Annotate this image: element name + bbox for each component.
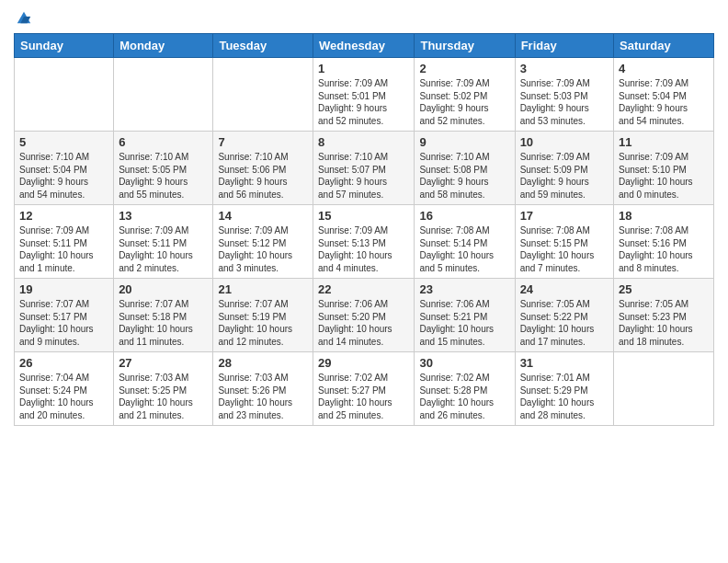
day-number: 20	[119, 282, 208, 296]
day-info: Sunrise: 7:03 AM Sunset: 5:25 PM Dayligh…	[119, 372, 208, 421]
calendar-week-row: 5Sunrise: 7:10 AM Sunset: 5:04 PM Daylig…	[15, 132, 714, 205]
calendar-cell: 26Sunrise: 7:04 AM Sunset: 5:24 PM Dayli…	[15, 352, 114, 426]
day-header-sunday: Sunday	[15, 34, 114, 58]
calendar-cell: 19Sunrise: 7:07 AM Sunset: 5:17 PM Dayli…	[15, 279, 114, 352]
day-header-saturday: Saturday	[614, 34, 714, 58]
calendar-cell: 20Sunrise: 7:07 AM Sunset: 5:18 PM Dayli…	[114, 279, 213, 352]
day-number: 12	[19, 209, 108, 223]
calendar-cell: 27Sunrise: 7:03 AM Sunset: 5:25 PM Dayli…	[114, 352, 213, 426]
calendar-cell: 17Sunrise: 7:08 AM Sunset: 5:15 PM Dayli…	[515, 205, 613, 279]
calendar-cell: 15Sunrise: 7:09 AM Sunset: 5:13 PM Dayli…	[313, 205, 415, 279]
day-number: 29	[318, 356, 409, 370]
day-number: 23	[419, 282, 509, 296]
day-info: Sunrise: 7:08 AM Sunset: 5:16 PM Dayligh…	[619, 224, 709, 274]
day-info: Sunrise: 7:09 AM Sunset: 5:01 PM Dayligh…	[318, 77, 409, 127]
day-info: Sunrise: 7:06 AM Sunset: 5:20 PM Dayligh…	[318, 298, 409, 348]
day-info: Sunrise: 7:09 AM Sunset: 5:13 PM Dayligh…	[318, 224, 409, 274]
day-info: Sunrise: 7:05 AM Sunset: 5:23 PM Dayligh…	[619, 298, 709, 348]
day-info: Sunrise: 7:07 AM Sunset: 5:19 PM Dayligh…	[218, 298, 308, 348]
day-info: Sunrise: 7:02 AM Sunset: 5:28 PM Dayligh…	[419, 372, 509, 421]
day-number: 17	[520, 209, 609, 223]
day-header-thursday: Thursday	[415, 34, 515, 58]
day-number: 22	[318, 282, 409, 296]
day-number: 15	[318, 209, 409, 223]
calendar-cell: 10Sunrise: 7:09 AM Sunset: 5:09 PM Dayli…	[515, 132, 613, 205]
calendar-cell: 16Sunrise: 7:08 AM Sunset: 5:14 PM Dayli…	[415, 205, 515, 279]
day-info: Sunrise: 7:09 AM Sunset: 5:03 PM Dayligh…	[520, 77, 609, 127]
calendar-cell: 18Sunrise: 7:08 AM Sunset: 5:16 PM Dayli…	[614, 205, 714, 279]
day-header-friday: Friday	[515, 34, 613, 58]
day-number: 4	[619, 62, 709, 75]
day-number: 25	[619, 282, 709, 296]
page: SundayMondayTuesdayWednesdayThursdayFrid…	[0, 0, 728, 563]
day-number: 3	[520, 62, 609, 75]
calendar-cell: 9Sunrise: 7:10 AM Sunset: 5:08 PM Daylig…	[415, 132, 515, 205]
calendar-cell: 24Sunrise: 7:05 AM Sunset: 5:22 PM Dayli…	[515, 279, 613, 352]
day-info: Sunrise: 7:10 AM Sunset: 5:05 PM Dayligh…	[119, 151, 208, 201]
day-info: Sunrise: 7:02 AM Sunset: 5:27 PM Dayligh…	[318, 372, 409, 421]
calendar-cell: 11Sunrise: 7:09 AM Sunset: 5:10 PM Dayli…	[614, 132, 714, 205]
calendar-cell: 30Sunrise: 7:02 AM Sunset: 5:28 PM Dayli…	[415, 352, 515, 426]
day-info: Sunrise: 7:08 AM Sunset: 5:15 PM Dayligh…	[520, 224, 609, 274]
day-info: Sunrise: 7:03 AM Sunset: 5:26 PM Dayligh…	[218, 372, 308, 421]
calendar-cell	[614, 352, 714, 426]
day-info: Sunrise: 7:05 AM Sunset: 5:22 PM Dayligh…	[520, 298, 609, 348]
day-number: 7	[218, 135, 308, 149]
calendar-cell: 29Sunrise: 7:02 AM Sunset: 5:27 PM Dayli…	[313, 352, 415, 426]
day-header-tuesday: Tuesday	[213, 34, 313, 58]
logo-icon	[16, 9, 32, 26]
day-info: Sunrise: 7:01 AM Sunset: 5:29 PM Dayligh…	[520, 372, 609, 421]
day-number: 9	[419, 135, 509, 149]
day-info: Sunrise: 7:10 AM Sunset: 5:08 PM Dayligh…	[419, 151, 509, 201]
day-info: Sunrise: 7:10 AM Sunset: 5:04 PM Dayligh…	[19, 151, 108, 201]
day-info: Sunrise: 7:10 AM Sunset: 5:06 PM Dayligh…	[218, 151, 308, 201]
day-info: Sunrise: 7:10 AM Sunset: 5:07 PM Dayligh…	[318, 151, 409, 201]
day-number: 30	[419, 356, 509, 370]
day-number: 27	[119, 356, 208, 370]
calendar-cell	[114, 58, 213, 132]
day-info: Sunrise: 7:07 AM Sunset: 5:17 PM Dayligh…	[19, 298, 108, 348]
calendar-cell: 12Sunrise: 7:09 AM Sunset: 5:11 PM Dayli…	[15, 205, 114, 279]
day-number: 31	[520, 356, 609, 370]
day-info: Sunrise: 7:07 AM Sunset: 5:18 PM Dayligh…	[119, 298, 208, 348]
day-number: 18	[619, 209, 709, 223]
day-number: 5	[19, 135, 108, 149]
calendar-cell: 7Sunrise: 7:10 AM Sunset: 5:06 PM Daylig…	[213, 132, 313, 205]
header	[14, 9, 714, 26]
day-number: 13	[119, 209, 208, 223]
calendar-cell: 21Sunrise: 7:07 AM Sunset: 5:19 PM Dayli…	[213, 279, 313, 352]
calendar-cell: 22Sunrise: 7:06 AM Sunset: 5:20 PM Dayli…	[313, 279, 415, 352]
day-info: Sunrise: 7:09 AM Sunset: 5:11 PM Dayligh…	[19, 224, 108, 274]
calendar-week-row: 19Sunrise: 7:07 AM Sunset: 5:17 PM Dayli…	[15, 279, 714, 352]
day-number: 2	[419, 62, 509, 75]
day-number: 21	[218, 282, 308, 296]
day-info: Sunrise: 7:09 AM Sunset: 5:10 PM Dayligh…	[619, 151, 709, 201]
calendar-cell: 8Sunrise: 7:10 AM Sunset: 5:07 PM Daylig…	[313, 132, 415, 205]
calendar-week-row: 1Sunrise: 7:09 AM Sunset: 5:01 PM Daylig…	[15, 58, 714, 132]
day-number: 1	[318, 62, 409, 75]
day-number: 16	[419, 209, 509, 223]
calendar-header-row: SundayMondayTuesdayWednesdayThursdayFrid…	[15, 34, 714, 58]
calendar-cell: 31Sunrise: 7:01 AM Sunset: 5:29 PM Dayli…	[515, 352, 613, 426]
calendar-cell: 23Sunrise: 7:06 AM Sunset: 5:21 PM Dayli…	[415, 279, 515, 352]
day-info: Sunrise: 7:09 AM Sunset: 5:09 PM Dayligh…	[520, 151, 609, 201]
day-header-monday: Monday	[114, 34, 213, 58]
calendar-week-row: 12Sunrise: 7:09 AM Sunset: 5:11 PM Dayli…	[15, 205, 714, 279]
day-info: Sunrise: 7:06 AM Sunset: 5:21 PM Dayligh…	[419, 298, 509, 348]
day-number: 8	[318, 135, 409, 149]
logo	[14, 9, 32, 26]
day-number: 28	[218, 356, 308, 370]
day-number: 10	[520, 135, 609, 149]
calendar-cell: 4Sunrise: 7:09 AM Sunset: 5:04 PM Daylig…	[614, 58, 714, 132]
day-number: 11	[619, 135, 709, 149]
calendar-cell: 14Sunrise: 7:09 AM Sunset: 5:12 PM Dayli…	[213, 205, 313, 279]
calendar-table: SundayMondayTuesdayWednesdayThursdayFrid…	[14, 33, 714, 426]
calendar-cell: 28Sunrise: 7:03 AM Sunset: 5:26 PM Dayli…	[213, 352, 313, 426]
day-info: Sunrise: 7:09 AM Sunset: 5:12 PM Dayligh…	[218, 224, 308, 274]
day-number: 6	[119, 135, 208, 149]
calendar-week-row: 26Sunrise: 7:04 AM Sunset: 5:24 PM Dayli…	[15, 352, 714, 426]
day-number: 26	[19, 356, 108, 370]
day-info: Sunrise: 7:09 AM Sunset: 5:04 PM Dayligh…	[619, 77, 709, 127]
calendar-cell: 25Sunrise: 7:05 AM Sunset: 5:23 PM Dayli…	[614, 279, 714, 352]
day-number: 24	[520, 282, 609, 296]
